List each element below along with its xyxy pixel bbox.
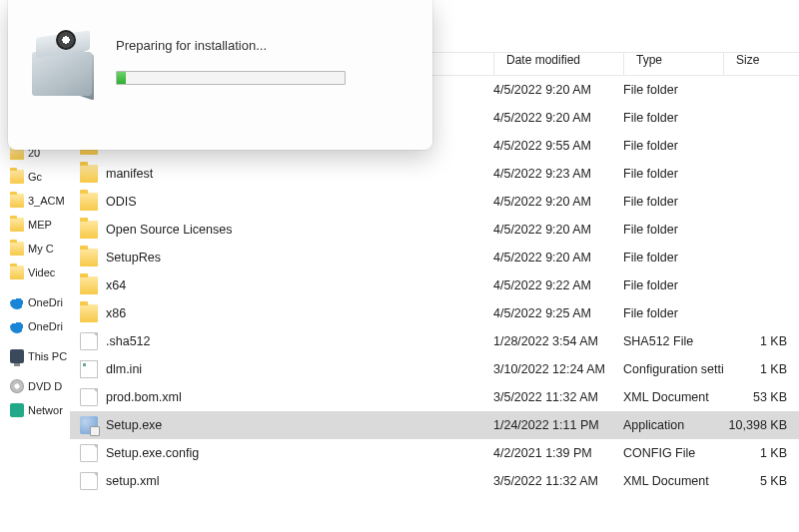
file-date: 3/5/2022 11:32 AM bbox=[493, 390, 623, 404]
file-date: 4/5/2022 9:20 AM bbox=[493, 83, 623, 97]
file-date: 4/5/2022 9:20 AM bbox=[493, 223, 623, 237]
file-row[interactable]: ODIS4/5/2022 9:20 AMFile folder bbox=[70, 188, 799, 216]
file-row[interactable]: Setup.exe.config4/2/2021 1:39 PMCONFIG F… bbox=[70, 439, 799, 467]
file-name: ODIS bbox=[106, 195, 493, 209]
exe-icon bbox=[80, 416, 98, 434]
sidebar-item-label: OneDri bbox=[28, 320, 63, 332]
column-header-type[interactable]: Type bbox=[623, 53, 723, 75]
install-progress-bar bbox=[117, 72, 126, 84]
file-name: prod.bom.xml bbox=[106, 390, 493, 404]
file-type: File folder bbox=[623, 83, 723, 97]
sidebar-item[interactable]: MEP bbox=[0, 213, 70, 237]
file-name: manifest bbox=[106, 167, 493, 181]
sidebar-item[interactable]: OneDri bbox=[0, 290, 70, 314]
file-icon bbox=[80, 332, 98, 350]
sidebar-item[interactable]: Videc bbox=[0, 261, 70, 284]
file-name: .sha512 bbox=[106, 334, 493, 348]
file-name: Open Source Licenses bbox=[106, 223, 493, 237]
file-date: 4/2/2021 1:39 PM bbox=[493, 446, 623, 460]
folder-icon bbox=[80, 276, 98, 294]
file-row[interactable]: dlm.ini3/10/2022 12:24 AMConfiguration s… bbox=[70, 355, 799, 383]
sidebar-item[interactable]: My C bbox=[0, 237, 70, 261]
file-name: x86 bbox=[106, 306, 493, 320]
file-date: 4/5/2022 9:25 AM bbox=[493, 306, 623, 320]
file-size: 10,398 KB bbox=[723, 418, 793, 432]
file-date: 1/28/2022 3:54 AM bbox=[493, 334, 623, 348]
file-row[interactable]: x864/5/2022 9:25 AMFile folder bbox=[70, 299, 799, 327]
column-header-date[interactable]: Date modified bbox=[493, 53, 623, 75]
folder-icon bbox=[10, 170, 24, 184]
folder-icon bbox=[80, 249, 98, 266]
file-size: 5 KB bbox=[723, 474, 793, 488]
sidebar-item[interactable]: OneDri bbox=[0, 314, 70, 338]
sidebar-item[interactable]: Networ bbox=[0, 398, 70, 422]
file-icon bbox=[80, 388, 98, 406]
file-row[interactable]: prod.bom.xml3/5/2022 11:32 AMXML Documen… bbox=[70, 383, 799, 411]
net-icon bbox=[10, 403, 24, 417]
file-type: File folder bbox=[623, 195, 723, 209]
sidebar-item-label: Networ bbox=[28, 404, 63, 416]
folder-icon bbox=[10, 242, 24, 256]
file-name: setup.xml bbox=[106, 474, 493, 488]
folder-icon bbox=[80, 304, 98, 322]
sidebar-item[interactable]: Gc bbox=[0, 165, 70, 189]
file-type: File folder bbox=[623, 251, 723, 265]
file-row[interactable]: setup.xml3/5/2022 11:32 AMXML Document5 … bbox=[70, 467, 799, 495]
folder-icon bbox=[10, 194, 24, 208]
file-type: SHA512 File bbox=[623, 334, 723, 348]
file-type: CONFIG File bbox=[623, 446, 723, 460]
sidebar-item[interactable]: This PC bbox=[0, 344, 70, 368]
file-name: Setup.exe.config bbox=[106, 446, 493, 460]
file-row[interactable]: SetupRes4/5/2022 9:20 AMFile folder bbox=[70, 244, 799, 271]
file-row[interactable]: x644/5/2022 9:22 AMFile folder bbox=[70, 271, 799, 299]
folder-icon bbox=[80, 165, 98, 183]
file-icon bbox=[80, 472, 98, 490]
file-name: dlm.ini bbox=[106, 362, 493, 376]
file-date: 4/5/2022 9:22 AM bbox=[493, 278, 623, 292]
file-row[interactable]: Setup.exe1/24/2022 1:11 PMApplication10,… bbox=[70, 411, 799, 439]
sidebar-item-label: MEP bbox=[28, 219, 52, 231]
sidebar-item-label: My C bbox=[28, 243, 54, 255]
file-date: 3/10/2022 12:24 AM bbox=[493, 362, 623, 376]
installer-dialog: Preparing for installation... bbox=[8, 0, 432, 150]
file-row[interactable]: Open Source Licenses4/5/2022 9:20 AMFile… bbox=[70, 216, 799, 244]
file-type: File folder bbox=[623, 223, 723, 237]
file-date: 4/5/2022 9:20 AM bbox=[493, 195, 623, 209]
sidebar-item-label: Videc bbox=[28, 266, 55, 278]
file-row[interactable]: manifest4/5/2022 9:23 AMFile folder bbox=[70, 160, 799, 188]
file-date: 4/5/2022 9:20 AM bbox=[493, 251, 623, 265]
installer-message: Preparing for installation... bbox=[116, 38, 412, 53]
file-size: 1 KB bbox=[723, 362, 793, 376]
column-header-size[interactable]: Size bbox=[723, 53, 799, 75]
file-type: File folder bbox=[623, 139, 723, 153]
file-type: Configuration setti... bbox=[623, 362, 723, 376]
file-icon bbox=[80, 444, 98, 462]
install-progress-track bbox=[116, 71, 346, 85]
dvd-icon bbox=[10, 379, 24, 393]
pc-icon bbox=[10, 349, 24, 363]
folder-icon bbox=[80, 221, 98, 239]
file-type: XML Document bbox=[623, 474, 723, 488]
file-name: SetupRes bbox=[106, 251, 493, 265]
file-date: 1/24/2022 1:11 PM bbox=[493, 418, 623, 432]
file-type: Application bbox=[623, 418, 723, 432]
folder-icon bbox=[10, 266, 24, 279]
file-row[interactable]: .sha5121/28/2022 3:54 AMSHA512 File1 KB bbox=[70, 327, 799, 355]
sidebar-item-label: DVD D bbox=[28, 380, 62, 392]
sidebar-item[interactable]: DVD D bbox=[0, 374, 70, 398]
file-date: 4/5/2022 9:20 AM bbox=[493, 111, 623, 125]
sidebar-item[interactable]: 3_ACM bbox=[0, 189, 70, 213]
cloud-icon bbox=[10, 319, 24, 333]
folder-icon bbox=[10, 218, 24, 232]
file-date: 4/5/2022 9:55 AM bbox=[493, 139, 623, 153]
cloud-icon bbox=[10, 295, 24, 309]
package-icon bbox=[28, 38, 98, 102]
file-date: 3/5/2022 11:32 AM bbox=[493, 474, 623, 488]
ini-icon bbox=[80, 360, 98, 378]
file-name: Setup.exe bbox=[106, 418, 493, 432]
file-type: File folder bbox=[623, 167, 723, 181]
file-size: 1 KB bbox=[723, 446, 793, 460]
file-name: x64 bbox=[106, 278, 493, 292]
file-type: File folder bbox=[623, 278, 723, 292]
sidebar-item-label: 3_ACM bbox=[28, 195, 65, 207]
